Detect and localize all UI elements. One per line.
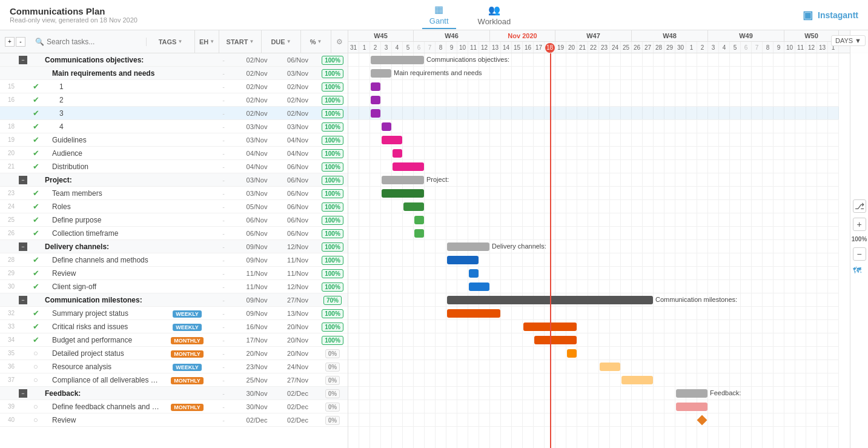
day-cell[interactable]: 31 bbox=[348, 42, 359, 53]
day-cell[interactable]: 10 bbox=[784, 42, 795, 53]
branch-icon[interactable]: ⎇ bbox=[853, 199, 866, 213]
gantt-row[interactable] bbox=[348, 147, 839, 160]
task-row[interactable]: − Communications objectives: - 02/Nov 06… bbox=[0, 53, 348, 67]
day-cell[interactable]: 7 bbox=[425, 42, 436, 53]
gantt-row[interactable] bbox=[348, 80, 839, 93]
gantt-bar[interactable] bbox=[403, 202, 424, 211]
task-row[interactable]: Main requirements and needs - 02/Nov 03/… bbox=[0, 67, 348, 80]
task-row[interactable]: 25 ✔ Define purpose - 06/Nov 06/Nov 100% bbox=[0, 213, 348, 227]
collapse-all-btn[interactable]: - bbox=[16, 37, 25, 47]
col-header-due[interactable]: DUE ▼ bbox=[262, 30, 301, 53]
task-row[interactable]: 18 ✔ 4 - 03/Nov 03/Nov 100% bbox=[0, 120, 348, 133]
task-row[interactable]: 19 ✔ Guidelines - 03/Nov 04/Nov 100% bbox=[0, 133, 348, 147]
gantt-row[interactable] bbox=[348, 333, 839, 347]
gantt-row[interactable]: Communication milestones: bbox=[348, 293, 839, 307]
day-cell[interactable]: 20 bbox=[566, 42, 577, 53]
gantt-row[interactable]: Feedback: bbox=[348, 387, 839, 400]
col-header-pct[interactable]: % ▼ bbox=[301, 30, 331, 53]
task-row[interactable]: − Delivery channels: - 09/Nov 12/Nov 100… bbox=[0, 240, 348, 253]
task-row[interactable]: 33 ✔ Critical risks and issues WEEKLY - … bbox=[0, 320, 348, 333]
col-header-eh[interactable]: EH ▼ bbox=[195, 30, 219, 53]
col-header-start[interactable]: START ▼ bbox=[219, 30, 262, 53]
gantt-bar[interactable] bbox=[621, 376, 653, 384]
task-row[interactable]: − Feedback: - 30/Nov 02/Dec 0% bbox=[0, 387, 348, 400]
day-cell[interactable]: 13 bbox=[490, 42, 501, 53]
gantt-row[interactable]: Delivery channels: bbox=[348, 240, 839, 253]
day-cell[interactable]: 17 bbox=[534, 42, 545, 53]
tab-workload[interactable]: 👥 Workload bbox=[471, 2, 518, 28]
task-row[interactable]: 40 ○ Review - 02/Dec 02/Dec 0% bbox=[0, 413, 348, 427]
task-row[interactable]: − Communication milestones: - 09/Nov 27/… bbox=[0, 293, 348, 307]
day-cell[interactable]: 23 bbox=[599, 42, 610, 53]
day-cell[interactable]: 6 bbox=[741, 42, 752, 53]
gantt-bar[interactable] bbox=[371, 69, 391, 78]
day-cell[interactable]: 18 bbox=[545, 42, 555, 53]
gantt-row[interactable] bbox=[348, 320, 839, 333]
day-cell[interactable]: 15 bbox=[512, 42, 523, 53]
gantt-row[interactable] bbox=[348, 267, 839, 280]
gantt-bar[interactable] bbox=[371, 56, 424, 64]
task-row[interactable]: 20 ✔ Audience - 04/Nov 04/Nov 100% bbox=[0, 147, 348, 160]
task-row[interactable]: 32 ✔ Summary project status WEEKLY - 09/… bbox=[0, 307, 348, 320]
day-cell[interactable]: 2 bbox=[370, 42, 381, 53]
gantt-row[interactable] bbox=[348, 107, 839, 120]
day-cell[interactable]: 4 bbox=[392, 42, 403, 53]
task-row[interactable]: 16 ✔ 2 - 02/Nov 02/Nov 100% bbox=[0, 93, 348, 107]
task-row[interactable]: 26 ✔ Collection timeframe - 06/Nov 06/No… bbox=[0, 227, 348, 240]
gantt-row[interactable] bbox=[348, 400, 839, 413]
task-row[interactable]: 21 ✔ Distribution - 04/Nov 06/Nov 100% bbox=[0, 160, 348, 173]
task-row[interactable]: 34 ✔ Budget and performance MONTHLY - 17… bbox=[0, 333, 348, 347]
gantt-row[interactable] bbox=[348, 213, 839, 227]
gantt-bar[interactable] bbox=[382, 136, 402, 144]
gantt-bar[interactable] bbox=[600, 363, 620, 371]
gantt-bar[interactable] bbox=[469, 269, 479, 278]
task-row[interactable]: 23 ✔ Team members - 03/Nov 06/Nov 100% bbox=[0, 187, 348, 200]
gantt-row[interactable] bbox=[348, 360, 839, 373]
gantt-bar[interactable] bbox=[676, 389, 707, 398]
gantt-row[interactable]: Project: bbox=[348, 173, 839, 187]
task-row[interactable]: 28 ✔ Define channels and methods - 09/No… bbox=[0, 253, 348, 267]
gantt-bar[interactable] bbox=[414, 216, 424, 224]
day-cell[interactable]: 26 bbox=[632, 42, 643, 53]
task-row[interactable]: − Project: - 03/Nov 06/Nov 100% bbox=[0, 173, 348, 187]
gantt-row[interactable] bbox=[348, 120, 839, 133]
day-cell[interactable]: 8 bbox=[436, 42, 446, 53]
gantt-row[interactable] bbox=[348, 373, 839, 387]
task-row[interactable]: 29 ✔ Review - 11/Nov 11/Nov 100% bbox=[0, 267, 348, 280]
day-cell[interactable]: 1 bbox=[359, 42, 370, 53]
task-row[interactable]: ✔ 3 - 02/Nov 02/Nov 100% bbox=[0, 107, 348, 120]
gantt-row[interactable]: Main requirements and needs bbox=[348, 67, 839, 80]
day-cell[interactable]: 12 bbox=[806, 42, 817, 53]
expand-all-btn[interactable]: + bbox=[5, 37, 15, 47]
gantt-row[interactable] bbox=[348, 280, 839, 293]
gantt-bar[interactable] bbox=[371, 82, 380, 91]
search-input[interactable] bbox=[47, 38, 141, 46]
gantt-bar[interactable] bbox=[469, 283, 489, 291]
day-cell[interactable]: 16 bbox=[523, 42, 534, 53]
day-cell[interactable]: 11 bbox=[795, 42, 806, 53]
day-cell[interactable]: 22 bbox=[588, 42, 599, 53]
day-cell[interactable]: 5 bbox=[403, 42, 414, 53]
task-row[interactable]: 24 ✔ Roles - 05/Nov 06/Nov 100% bbox=[0, 200, 348, 213]
gantt-bar[interactable] bbox=[393, 149, 402, 158]
gantt-row[interactable] bbox=[348, 200, 839, 213]
day-cell[interactable]: 3 bbox=[381, 42, 392, 53]
task-row[interactable]: 39 ○ Define feedback channels and method… bbox=[0, 400, 348, 413]
gantt-bar[interactable] bbox=[447, 256, 479, 264]
day-cell[interactable]: 4 bbox=[719, 42, 730, 53]
gantt-bar[interactable] bbox=[382, 189, 424, 198]
day-cell[interactable]: 11 bbox=[468, 42, 479, 53]
gantt-bar[interactable] bbox=[414, 229, 424, 238]
gantt-bar[interactable] bbox=[447, 309, 500, 318]
col-header-tags[interactable]: TAGS ▼ bbox=[147, 30, 195, 53]
day-cell[interactable]: 6 bbox=[414, 42, 425, 53]
days-button[interactable]: DAYS ▼ bbox=[831, 35, 866, 46]
gantt-row[interactable] bbox=[348, 160, 839, 173]
day-cell[interactable]: 14 bbox=[501, 42, 512, 53]
day-cell[interactable]: 21 bbox=[577, 42, 588, 53]
day-cell[interactable]: 8 bbox=[763, 42, 774, 53]
settings-icon[interactable]: ⚙ bbox=[331, 38, 348, 46]
gantt-bar[interactable] bbox=[447, 296, 653, 304]
gantt-row[interactable] bbox=[348, 253, 839, 267]
day-cell[interactable]: 13 bbox=[817, 42, 828, 53]
